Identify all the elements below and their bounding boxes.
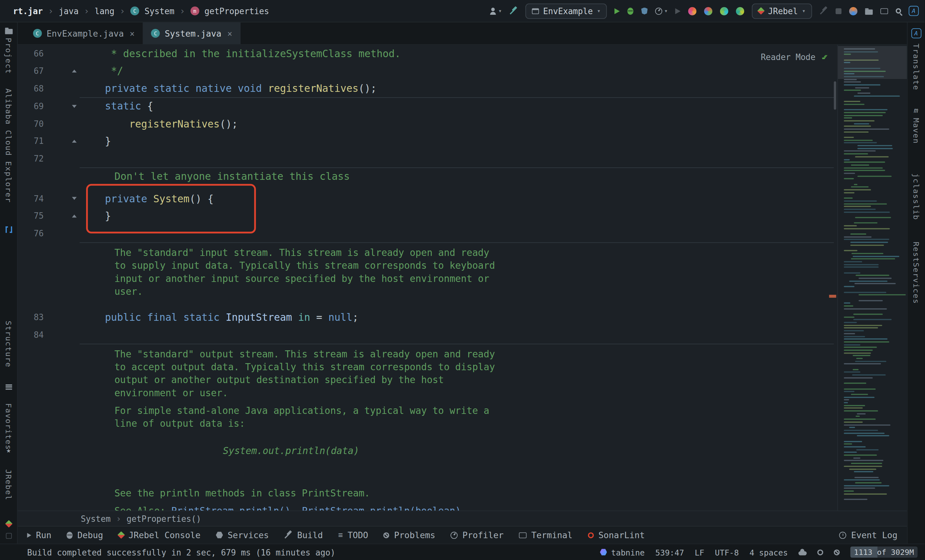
jrebel-select[interactable]: JRebel ▾ [752, 3, 812, 19]
error-stripe-mark[interactable] [829, 295, 836, 298]
editor-line[interactable]: For simple stand-alone Java applications… [18, 404, 837, 417]
breadcrumb-member[interactable]: getProperties() [127, 514, 201, 523]
line-text[interactable]: System.out.println(data) [105, 445, 837, 456]
coverage-button[interactable] [641, 8, 648, 14]
editor-line[interactable]: System.out.println(data) [18, 444, 837, 457]
search-everywhere-button[interactable] [896, 8, 901, 14]
line-text[interactable]: public final static InputStream in = nul… [105, 312, 837, 323]
breadcrumb-class[interactable]: System [81, 514, 111, 523]
sidebar-item-translate[interactable]: Translate [911, 44, 920, 90]
editor-line[interactable]: to accept output data. Typically this st… [18, 361, 837, 373]
fold-icon[interactable] [72, 69, 77, 72]
editor-line[interactable]: 70 registerNatives(); [18, 115, 837, 132]
editor-line[interactable]: 67 */ [18, 62, 837, 80]
plugin-icon-3[interactable] [720, 7, 728, 15]
line-text[interactable]: */ [105, 65, 837, 77]
inspections-ok-icon[interactable]: ✓✓ [821, 52, 828, 63]
line-text[interactable]: See the println methods in class PrintSt… [105, 488, 837, 499]
tab-envexample-java[interactable]: C EnvExample.java × [25, 23, 143, 44]
reader-mode-widget[interactable]: Reader Mode ✓✓ [761, 52, 828, 63]
debug-button[interactable] [628, 8, 633, 14]
alibaba-cloud-icon[interactable] [6, 226, 12, 233]
editor-line[interactable]: 83public final static InputStream in = n… [18, 309, 837, 326]
fold-icon[interactable] [72, 105, 77, 108]
close-icon[interactable]: × [227, 29, 232, 38]
jrebel-icon[interactable] [5, 520, 12, 528]
line-number[interactable]: 74 [18, 194, 44, 203]
tabnine-widget[interactable]: tabnine [600, 548, 645, 557]
event-log-button[interactable]: Event Log [839, 530, 897, 539]
line-text[interactable]: } [105, 135, 837, 147]
minimap[interactable] [837, 45, 907, 510]
toolwindow-problems[interactable]: Problems [384, 530, 435, 539]
tab-system-java[interactable]: C System.java × [143, 23, 241, 44]
line-text[interactable]: line of output data is: [105, 418, 837, 429]
toolwindow-profiler[interactable]: Profiler [450, 530, 504, 539]
line-number[interactable]: 71 [18, 137, 44, 146]
editor-line[interactable]: 68private static native void registerNat… [18, 80, 837, 97]
fold-icon[interactable] [72, 214, 77, 217]
editor-line[interactable]: to supply input data. Typically this str… [18, 259, 837, 272]
hotswap-indicator-icon[interactable] [817, 549, 823, 555]
file-encoding[interactable]: UTF-8 [715, 548, 739, 557]
breadcrumb-rtjar[interactable]: rt.jar [13, 6, 43, 15]
line-text[interactable]: The "standard" output stream. This strea… [105, 348, 837, 360]
breadcrumb-system[interactable]: System [145, 6, 175, 15]
sidebar-item-favorites[interactable]: Favorites [4, 403, 13, 450]
indent-setting[interactable]: 4 spaces [749, 548, 788, 557]
toolwindow-services[interactable]: Services [216, 530, 269, 539]
line-number[interactable]: 69 [18, 101, 44, 111]
line-number[interactable]: 84 [18, 330, 44, 339]
breadcrumb-getproperties[interactable]: getProperties [205, 6, 269, 15]
run-configuration-select[interactable]: EnvExample ▾ [526, 3, 607, 19]
editor-line[interactable]: 71} [18, 132, 837, 150]
line-text[interactable]: Don't let anyone instantiate this class [105, 170, 837, 182]
editor[interactable]: 66 * described in the initializeSystemCl… [18, 45, 837, 510]
translate-icon[interactable]: A [908, 6, 919, 16]
editor-line[interactable]: line of output data is: [18, 417, 837, 430]
line-text[interactable]: environment or user. [105, 387, 837, 399]
editor-line[interactable]: See Also: PrintStream.println(), PrintSt… [18, 504, 837, 510]
status-message[interactable]: Build completed successfully in 2 sec, 6… [27, 548, 600, 557]
toolwindow-debug[interactable]: Debug [67, 530, 103, 539]
line-text[interactable]: See Also: PrintStream.println(), PrintSt… [105, 505, 837, 510]
line-text[interactable]: registerNatives(); [105, 118, 837, 130]
build-project-button[interactable] [509, 7, 518, 15]
editor-line[interactable]: 72 [18, 150, 837, 167]
editor-line[interactable]: output or another output destination spe… [18, 373, 837, 386]
tool-window-switcher-icon[interactable] [6, 533, 11, 539]
plugin-icon-4[interactable] [736, 7, 744, 15]
close-icon[interactable]: × [130, 29, 134, 38]
line-text[interactable]: input or another input source specified … [105, 273, 837, 284]
line-number[interactable]: 72 [18, 154, 44, 163]
line-text[interactable]: output or another output destination spe… [105, 375, 837, 385]
memory-indicator[interactable]: 1113 of 3029M [851, 546, 917, 558]
scrollbar-thumb[interactable] [834, 81, 836, 110]
line-text[interactable]: static { [105, 101, 837, 112]
toolwindow-todo[interactable]: ≡TODO [338, 530, 368, 539]
line-text[interactable]: The "standard" input stream. This stream… [105, 247, 837, 258]
line-text[interactable]: * described in the initializeSystemClass… [105, 48, 837, 59]
toolwindow-build[interactable]: Build [284, 530, 323, 539]
sidebar-item-structure[interactable]: Structure [4, 321, 13, 368]
sidebar-item-maven[interactable]: Maven [911, 118, 920, 144]
project-structure-button[interactable] [865, 8, 873, 14]
lock-indicator-icon[interactable] [834, 549, 839, 555]
line-text[interactable]: user. [105, 286, 837, 297]
line-text[interactable]: to supply input data. Typically this str… [105, 260, 837, 271]
line-text[interactable]: to accept output data. Typically this st… [105, 361, 837, 372]
editor-line[interactable]: environment or user. [18, 386, 837, 399]
minimap-viewport[interactable] [838, 46, 907, 79]
caret-position[interactable]: 539:47 [655, 548, 684, 557]
editor-line[interactable]: See the println methods in class PrintSt… [18, 487, 837, 500]
line-number[interactable]: 67 [18, 66, 44, 75]
line-number[interactable]: 75 [18, 211, 44, 221]
line-number[interactable]: 68 [18, 83, 44, 93]
plugin-icon-1[interactable] [688, 7, 697, 15]
breadcrumb-java[interactable]: java [59, 6, 79, 15]
sidebar-item-project[interactable]: Project [4, 38, 13, 74]
run-button[interactable] [615, 8, 620, 14]
console-button[interactable] [880, 8, 888, 14]
toolwindow-terminal[interactable]: Terminal [519, 530, 572, 539]
editor-line[interactable]: Don't let anyone instantiate this class [18, 168, 837, 185]
